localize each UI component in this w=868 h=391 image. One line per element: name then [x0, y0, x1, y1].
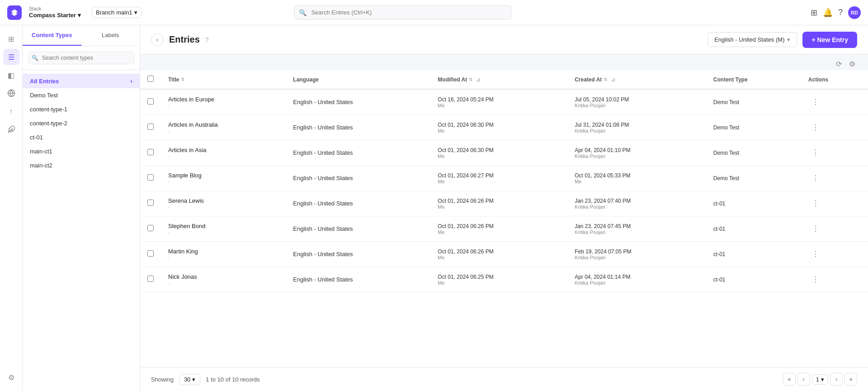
row-checkbox-4[interactable] [147, 200, 154, 206]
created-filter-icon[interactable]: ⊿ [611, 76, 615, 83]
sidebar-item-main-ct1[interactable]: main-ct1 [23, 144, 140, 158]
row-actions-button-5[interactable]: ⋮ [808, 223, 823, 235]
row-checkbox-0[interactable] [147, 98, 154, 105]
sidebar-item-ct-01[interactable]: ct-01 [23, 130, 140, 144]
row-actions-button-3[interactable]: ⋮ [808, 172, 823, 184]
row-title-cell: Articles in Australia - [161, 115, 286, 140]
nav-settings[interactable]: ⚙ [3, 369, 19, 386]
content-type-value: ct-01 [713, 251, 726, 257]
row-checkbox-1[interactable] [147, 124, 154, 130]
entry-title[interactable]: Sample Blog [168, 172, 278, 179]
tab-content-types[interactable]: Content Types [23, 25, 81, 46]
row-actions-button-6[interactable]: ⋮ [808, 248, 823, 260]
content-type-value: Demo Test [713, 150, 739, 156]
title-sort-icon[interactable]: ⇅ [181, 77, 184, 82]
row-checkbox-5[interactable] [147, 225, 154, 231]
language-selector[interactable]: English - United States (M) ▾ [708, 32, 797, 47]
row-checkbox-cell [140, 140, 161, 166]
app-logo[interactable] [7, 5, 22, 20]
branch-chevron-icon: ▾ [134, 9, 137, 16]
row-checkbox-cell [140, 115, 161, 140]
entry-title[interactable]: Articles in Australia [168, 121, 278, 128]
row-created-cell: Apr 04, 2024 01:10 PM Kritika Poojari [567, 140, 706, 166]
th-language-label: Language [293, 76, 319, 83]
row-checkbox-cell [140, 216, 161, 242]
sidebar-item-demo-test[interactable]: Demo Test [23, 88, 140, 102]
row-actions-button-2[interactable]: ⋮ [808, 147, 823, 159]
content-type-value: ct-01 [713, 226, 726, 232]
row-checkbox-3[interactable] [147, 174, 154, 181]
modified-by: Me [438, 204, 560, 210]
row-modified-cell: Oct 01, 2024 06:25 PM Me [430, 267, 567, 292]
nav-upload[interactable]: ↑ [3, 103, 19, 119]
row-checkbox-cell [140, 166, 161, 191]
row-language-cell: English - United States [286, 115, 430, 140]
chevron-right-icon: › [130, 77, 132, 85]
row-created-cell: Jul 31, 2024 01:08 PM Kritika Poojari [567, 115, 706, 140]
next-page-button[interactable]: › [830, 373, 843, 386]
row-actions-button-7[interactable]: ⋮ [808, 273, 823, 286]
topbar-actions: ⊞ 🔔 ? RD [811, 6, 861, 19]
modified-by: Me [438, 280, 560, 286]
created-date: Jul 31, 2024 01:08 PM [575, 122, 699, 128]
th-language: Language [286, 70, 430, 89]
sidebar-item-content-type-1[interactable]: content-type-1 [23, 102, 140, 116]
modified-sort-icon[interactable]: ⇅ [469, 77, 472, 82]
help-icon[interactable]: ? [838, 8, 843, 17]
nav-layers[interactable]: ◧ [3, 67, 19, 83]
modified-by: Me [438, 255, 560, 260]
created-date: Jan 23, 2024 07:45 PM [575, 223, 699, 229]
entry-title[interactable]: Martin King [168, 248, 278, 255]
branch-selector[interactable]: Branch main1 ▾ [92, 7, 142, 18]
nav-puzzle[interactable] [3, 121, 19, 138]
new-entry-button[interactable]: + New Entry [802, 32, 857, 48]
row-actions-cell: ⋮ [801, 216, 868, 242]
row-checkbox-6[interactable] [147, 250, 154, 257]
row-actions-button-4[interactable]: ⋮ [808, 197, 823, 210]
sidebar-item-all-entries[interactable]: All Entries › [23, 74, 140, 88]
entry-language: English - United States [293, 149, 353, 156]
last-page-button[interactable]: » [844, 373, 857, 386]
nav-dashboard[interactable]: ⊞ [3, 31, 19, 47]
bell-icon[interactable]: 🔔 [823, 8, 833, 18]
brand-name[interactable]: Compass Starter ▾ [29, 12, 81, 19]
sidebar-item-content-type-2[interactable]: content-type-2 [23, 116, 140, 130]
avatar[interactable]: RD [848, 6, 861, 19]
nav-list[interactable]: ☰ [3, 49, 19, 65]
tab-labels[interactable]: Labels [81, 25, 140, 46]
modified-filter-icon[interactable]: ⊿ [476, 76, 481, 83]
prev-page-button[interactable]: ‹ [797, 373, 810, 386]
back-button[interactable]: ‹ [151, 33, 164, 46]
row-actions-button-1[interactable]: ⋮ [808, 121, 823, 134]
sidebar-search-input[interactable] [28, 52, 134, 64]
nav-globe[interactable] [3, 85, 19, 101]
help-icon[interactable]: ? [205, 36, 209, 43]
row-checkbox-2[interactable] [147, 149, 154, 155]
settings-columns-button[interactable]: ⚙ [847, 58, 857, 70]
content-type-value: ct-01 [713, 200, 726, 207]
row-created-cell: Jan 23, 2024 07:45 PM Kritika Poojari [567, 216, 706, 242]
row-actions-button-0[interactable]: ⋮ [808, 96, 823, 108]
row-created-cell: Feb 19, 2024 07:05 PM Kritika Poojari [567, 242, 706, 267]
sidebar-item-main-ct2[interactable]: main-ct2 [23, 158, 140, 172]
refresh-button[interactable]: ⟳ [834, 58, 844, 70]
sidebar-all-entries-label: All Entries [30, 78, 59, 85]
entry-title[interactable]: Serena Lewis [168, 197, 278, 204]
th-title: Title ⇅ [161, 70, 286, 89]
first-page-button[interactable]: « [783, 373, 796, 386]
entry-title[interactable]: Nick Jonas [168, 273, 278, 280]
created-date: Jan 23, 2024 07:40 PM [575, 198, 699, 204]
grid-view-button[interactable]: ⊞ [811, 8, 817, 18]
entry-language: English - United States [293, 175, 353, 181]
entry-title[interactable]: Stephen Bond [168, 223, 278, 229]
created-sort-icon[interactable]: ⇅ [604, 77, 607, 82]
entry-title[interactable]: Articles in Asia [168, 147, 278, 153]
search-input[interactable] [294, 5, 511, 19]
row-language-cell: English - United States [286, 140, 430, 166]
row-modified-cell: Oct 01, 2024 06:26 PM Me [430, 216, 567, 242]
row-title-cell: Articles in Asia - [161, 140, 286, 166]
row-checkbox-7[interactable] [147, 276, 154, 282]
per-page-selector[interactable]: 30 ▾ [179, 374, 200, 385]
entry-title[interactable]: Articles in Europe [168, 96, 278, 103]
select-all-checkbox[interactable] [147, 76, 154, 82]
